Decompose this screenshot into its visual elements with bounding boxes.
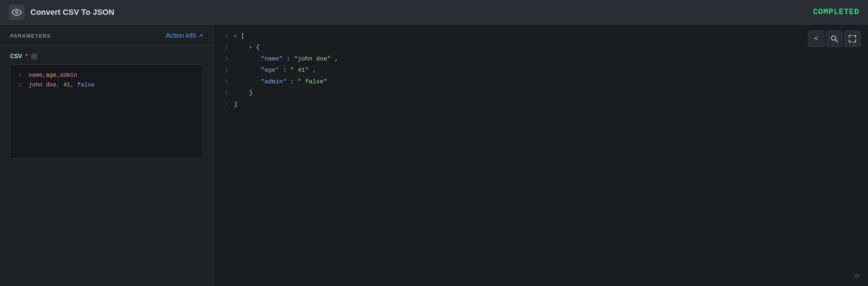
scroll-down-icon: ≫ — [853, 271, 861, 280]
json-line-7: 7 ] — [221, 99, 861, 110]
csv-line-1-content: name,age,admin — [29, 71, 77, 80]
line-number-1: 1 — [15, 71, 21, 80]
right-panel: < 1 ▼ — [214, 25, 868, 286]
csv-label-row: CSV * i — [10, 53, 203, 60]
jline-content-6: } — [234, 87, 253, 98]
info-icon[interactable]: i — [31, 53, 38, 60]
jline-content-7: ] — [234, 99, 237, 110]
left-panel: PARAMETERS Action info ↗ CSV * i 1 name,… — [0, 25, 214, 286]
params-header: PARAMETERS Action info ↗ — [0, 25, 213, 46]
jline-num-4: 4 — [221, 66, 228, 75]
json-line-2: 2 ▼ { — [221, 42, 861, 53]
jline-content-5: "admin" : " false" — [234, 76, 327, 87]
jline-content-3: "name" : "john doe" , — [234, 53, 338, 64]
collapse-arrow-1: ▼ — [234, 33, 236, 41]
code-line-2: 2 john doe, 41, false — [15, 80, 198, 90]
svg-line-4 — [835, 40, 838, 42]
search-icon — [831, 35, 838, 42]
chevron-left-icon: < — [814, 35, 818, 42]
jline-num-3: 3 — [221, 55, 228, 64]
header-left: Convert CSV To JSON — [9, 4, 114, 20]
params-label: PARAMETERS — [10, 33, 51, 39]
jline-num-2: 2 — [221, 43, 228, 52]
svg-point-3 — [831, 36, 836, 40]
json-viewer: 1 ▼ [ 2 ▼ { 3 "name" — [214, 25, 868, 286]
line-number-2: 2 — [15, 81, 21, 90]
svg-point-2 — [16, 12, 17, 13]
required-marker: * — [25, 54, 28, 59]
main-layout: PARAMETERS Action info ↗ CSV * i 1 name,… — [0, 25, 868, 286]
back-button[interactable]: < — [808, 30, 825, 47]
expand-button[interactable] — [844, 30, 861, 47]
jline-num-6: 6 — [221, 89, 228, 98]
json-line-3: 3 "name" : "john doe" , — [221, 53, 861, 64]
app-header: Convert CSV To JSON COMPLETED — [0, 0, 868, 25]
json-line-5: 5 "admin" : " false" — [221, 76, 861, 87]
action-info-link[interactable]: Action info ↗ — [166, 32, 203, 39]
collapse-arrow-2: ▼ — [249, 44, 252, 52]
page-title: Convert CSV To JSON — [30, 8, 114, 17]
csv-field-label: CSV — [10, 53, 22, 60]
code-line-1: 1 name,age,admin — [15, 71, 198, 80]
json-line-1: 1 ▼ [ — [221, 30, 861, 42]
json-toolbar: < — [808, 30, 861, 47]
jline-content-4: "age" : " 41" , — [234, 64, 316, 76]
jline-num-1: 1 — [221, 32, 228, 41]
jline-num-7: 7 — [221, 100, 228, 110]
csv-line-2-content: john doe, 41, false — [29, 80, 94, 90]
status-badge: COMPLETED — [813, 8, 859, 17]
eye-icon — [9, 4, 25, 20]
external-link-icon: ↗ — [198, 32, 203, 39]
search-button[interactable] — [826, 30, 843, 47]
jline-content-1: ▼ [ — [234, 30, 245, 42]
jline-content-2: ▼ { — [234, 42, 260, 53]
json-line-6: 6 } — [221, 87, 861, 98]
json-line-4: 4 "age" : " 41" , — [221, 64, 861, 76]
expand-icon — [849, 35, 856, 42]
csv-input-editor[interactable]: 1 name,age,admin 2 john doe, 41, false — [10, 64, 203, 159]
csv-section: CSV * i 1 name,age,admin 2 john doe, 41,… — [0, 46, 213, 286]
jline-num-5: 5 — [221, 77, 228, 87]
action-info-label: Action info — [166, 32, 196, 39]
